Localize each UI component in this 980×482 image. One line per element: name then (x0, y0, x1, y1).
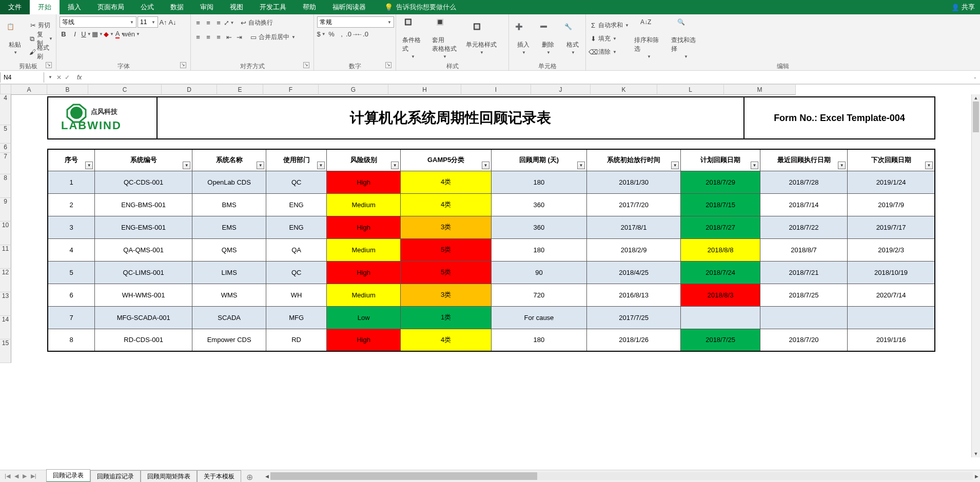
align-center-icon[interactable]: ≡ (204, 33, 212, 41)
table-cell[interactable]: Low (327, 306, 401, 329)
decrease-decimal-icon[interactable]: ←.0 (358, 30, 366, 38)
table-cell[interactable]: Medium (327, 284, 401, 306)
table-cell[interactable]: High (327, 216, 401, 238)
col-header[interactable]: K (591, 85, 657, 95)
table-cell[interactable]: 2017/7/25 (586, 306, 680, 329)
phonetic-button[interactable]: wén▼ (127, 30, 135, 38)
table-cell[interactable]: For cause (491, 306, 586, 329)
table-cell[interactable]: 2018/10/19 (848, 261, 935, 284)
table-cell[interactable]: 3类 (401, 216, 492, 238)
row-header[interactable]: 6 (0, 144, 11, 153)
find-select-button[interactable]: 🔍查找和选择▼ (668, 17, 703, 60)
scroll-down-icon[interactable]: ▼ (972, 450, 980, 457)
table-cell[interactable]: 2018/7/14 (760, 193, 847, 216)
table-cell[interactable]: 2018/7/29 (681, 171, 760, 193)
table-cell[interactable]: 2018/8/8 (681, 238, 760, 261)
underline-button[interactable]: U▼ (82, 30, 90, 38)
dialog-launcher-icon[interactable]: ↘ (385, 62, 391, 68)
table-header[interactable]: 下次回顾日期▼ (848, 149, 935, 171)
col-header[interactable]: J (531, 85, 591, 95)
tab-developer[interactable]: 开发工具 (251, 0, 295, 14)
increase-font-icon[interactable]: A↑ (159, 18, 167, 26)
table-cell[interactable] (760, 306, 847, 329)
row-header[interactable]: 14 (0, 316, 11, 339)
filter-dropdown-icon[interactable]: ▼ (85, 162, 93, 169)
col-header[interactable]: C (88, 85, 162, 95)
filter-dropdown-icon[interactable]: ▼ (183, 162, 190, 169)
tab-file[interactable]: 文件 (0, 0, 30, 14)
tab-formulas[interactable]: 公式 (132, 0, 162, 14)
dialog-launcher-icon[interactable]: ↘ (46, 62, 52, 68)
name-box[interactable] (0, 72, 44, 83)
number-format-select[interactable]: 常规▼ (317, 16, 394, 28)
filter-dropdown-icon[interactable]: ▼ (838, 162, 846, 169)
filter-dropdown-icon[interactable]: ▼ (751, 162, 758, 169)
table-cell[interactable]: 2018/7/24 (681, 261, 760, 284)
filter-dropdown-icon[interactable]: ▼ (317, 162, 325, 169)
table-cell[interactable] (681, 306, 760, 329)
insert-cells-button[interactable]: ➕插入▼ (512, 22, 535, 56)
table-cell[interactable]: WH-WMS-001 (95, 284, 192, 306)
align-bottom-icon[interactable]: ≡ (214, 18, 223, 27)
table-cell[interactable]: OpenLab CDS (192, 171, 266, 193)
table-cell[interactable]: 3 (48, 216, 95, 238)
filter-dropdown-icon[interactable]: ▼ (482, 162, 489, 169)
row-header[interactable]: 12 (0, 269, 11, 292)
table-cell[interactable]: 2018/7/25 (760, 284, 847, 306)
table-cell[interactable]: ENG (266, 216, 327, 238)
filter-dropdown-icon[interactable]: ▼ (671, 162, 679, 169)
table-cell[interactable]: 5类 (401, 238, 492, 261)
table-cell[interactable]: 2018/2/9 (586, 238, 680, 261)
table-header[interactable]: 使用部门▼ (266, 149, 327, 171)
italic-button[interactable]: I (71, 30, 79, 38)
table-cell[interactable]: 4类 (401, 329, 492, 351)
filter-dropdown-icon[interactable]: ▼ (577, 162, 585, 169)
scroll-up-icon[interactable]: ▲ (972, 94, 980, 102)
table-cell[interactable]: QC (266, 261, 327, 284)
table-cell[interactable]: 2018/7/25 (681, 329, 760, 351)
table-header[interactable]: GAMP5分类▼ (401, 149, 492, 171)
chevron-down-icon[interactable]: ▼ (48, 75, 52, 79)
table-cell[interactable]: QA-QMS-001 (95, 238, 192, 261)
table-header[interactable]: 系统初始放行时间▼ (586, 149, 680, 171)
table-header[interactable]: 计划回顾日期▼ (681, 149, 760, 171)
table-cell[interactable]: MFG-SCADA-001 (95, 306, 192, 329)
table-cell[interactable]: 180 (491, 171, 586, 193)
table-header[interactable]: 回顾周期 (天)▼ (491, 149, 586, 171)
table-cell[interactable]: QC-LIMS-001 (95, 261, 192, 284)
col-header[interactable]: L (657, 85, 724, 95)
table-cell[interactable]: 2018/7/15 (681, 193, 760, 216)
align-left-icon[interactable]: ≡ (194, 33, 202, 41)
table-header[interactable]: 序号▼ (48, 149, 95, 171)
table-cell[interactable]: 2019/7/9 (848, 193, 935, 216)
table-cell[interactable]: 8 (48, 329, 95, 351)
tab-view[interactable]: 视图 (222, 0, 251, 14)
table-cell[interactable]: 360 (491, 193, 586, 216)
font-size-select[interactable]: 11▼ (138, 16, 158, 28)
orientation-icon[interactable]: ⤢▼ (225, 18, 233, 27)
fill-button[interactable]: ⬇填充▼ (589, 33, 629, 45)
cell-style-button[interactable]: 🔲单元格样式▼ (463, 22, 500, 56)
table-cell[interactable]: 3类 (401, 284, 492, 306)
col-header[interactable]: D (162, 85, 217, 95)
sort-filter-button[interactable]: A↓Z排序和筛选▼ (631, 17, 666, 60)
col-header[interactable]: E (217, 85, 263, 95)
tab-insert[interactable]: 插入 (60, 0, 89, 14)
table-cell[interactable]: 5 (48, 261, 95, 284)
table-cell[interactable]: Medium (327, 193, 401, 216)
table-cell[interactable]: QC (266, 171, 327, 193)
table-header[interactable]: 风险级别▼ (327, 149, 401, 171)
row-header[interactable]: 11 (0, 245, 11, 269)
row-header[interactable]: 10 (0, 222, 11, 245)
table-cell[interactable]: ENG-BMS-001 (95, 193, 192, 216)
font-name-select[interactable]: 等线▼ (60, 16, 136, 28)
select-all-corner[interactable] (0, 84, 11, 94)
col-header[interactable]: A (11, 85, 47, 95)
table-cell[interactable]: 2019/7/17 (848, 216, 935, 238)
table-cell[interactable]: RD-CDS-001 (95, 329, 192, 351)
table-cell[interactable]: High (327, 261, 401, 284)
format-cells-button[interactable]: 🔧格式▼ (561, 22, 584, 56)
increase-decimal-icon[interactable]: .0→ (348, 30, 356, 38)
formula-input[interactable] (87, 72, 972, 83)
tab-pagelayout[interactable]: 页面布局 (89, 0, 132, 14)
